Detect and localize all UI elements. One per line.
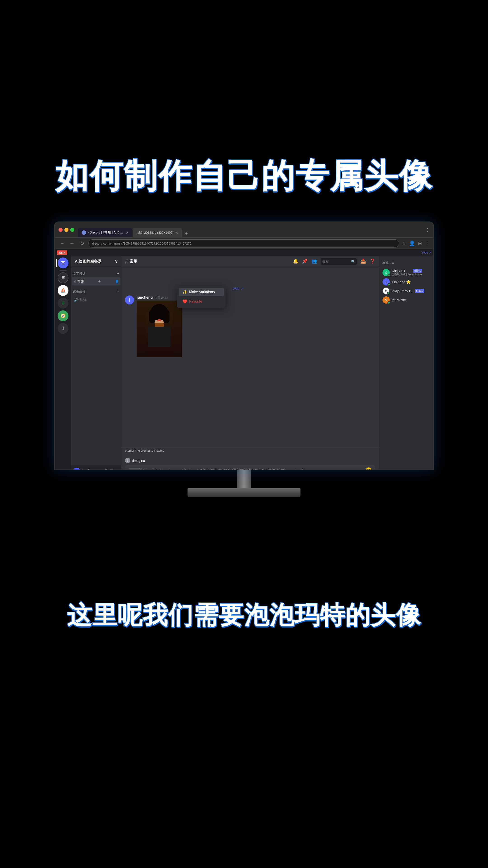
- server-header[interactable]: AI绘画的服务器 ∨: [71, 256, 121, 268]
- member-avatar-mrwhite: M: [383, 296, 390, 304]
- discover-server-button[interactable]: 🧭: [58, 310, 68, 321]
- member-info-chatgpt: ChatGPT 机器人 正在玩 /help|chatgpt.moe: [392, 269, 422, 276]
- main-title-area: 如何制作自己的专属头像: [0, 140, 488, 213]
- mic-icon[interactable]: 🎤: [102, 469, 107, 470]
- tab-close-icon[interactable]: ✕: [126, 230, 129, 235]
- midjourney-name: Midjourney B...: [392, 289, 414, 293]
- minimize-button[interactable]: [64, 228, 68, 232]
- close-button[interactable]: [59, 228, 63, 232]
- chat-hash-icon: #: [125, 258, 128, 265]
- message-juncheng: j juncheng 今天19:43: [125, 296, 375, 357]
- tab-image-close-icon[interactable]: ✕: [175, 230, 178, 235]
- sparkle-icon: ✨: [182, 289, 187, 294]
- tab-discord[interactable]: · Discord | #常规 | AI绘画的服务... ✕: [78, 228, 132, 237]
- message-image[interactable]: [137, 301, 182, 357]
- channel-hash-icon: #: [74, 279, 76, 284]
- monitor-stand: [54, 470, 434, 497]
- add-text-channel-button[interactable]: +: [117, 271, 120, 276]
- help-icon[interactable]: ❓: [369, 258, 375, 265]
- member-name-row: ChatGPT 机器人: [392, 269, 422, 273]
- web-link-text[interactable]: Web: [233, 287, 239, 290]
- settings-gear-icon[interactable]: ⚙: [116, 469, 120, 470]
- favorite-label: Favorite: [189, 300, 202, 304]
- member-juncheng[interactable]: j juncheng ⭐: [381, 277, 431, 286]
- server-sail[interactable]: ⛵: [58, 285, 68, 296]
- member-list: 在线 - 4 C ChatGPT 机器人 正在玩 /help|chatgpt.m…: [379, 256, 433, 470]
- member-midjourney[interactable]: M Midjourney B... 机器人: [381, 286, 431, 296]
- message-author: juncheng: [137, 296, 153, 300]
- prompt-input-tag: prompt: [129, 468, 142, 470]
- forward-button[interactable]: →: [68, 241, 76, 246]
- tab-image[interactable]: IMG_2013.jpg (822×1496) ✕: [133, 228, 182, 237]
- refresh-button[interactable]: ↻: [78, 241, 86, 246]
- tab-discord-label: · Discord | #常规 | AI绘画的服务...: [88, 230, 124, 235]
- channel-name-regular: 常规: [77, 279, 84, 284]
- settings-icon[interactable]: ⋮: [424, 241, 429, 246]
- server-expand-icon[interactable]: ∨: [115, 259, 118, 264]
- back-button[interactable]: ←: [59, 241, 66, 246]
- add-voice-channel-button[interactable]: +: [117, 289, 120, 294]
- server-list: 画 ⛵ + 🧭 ⬇: [55, 256, 71, 470]
- download-button[interactable]: ⬇: [58, 323, 68, 334]
- external-link-icon: ↗: [241, 287, 244, 290]
- chat-header-icons: 🔔 📌 👥 搜索 🔍 📥 ❓: [293, 258, 375, 265]
- web-link[interactable]: Web ↗: [422, 251, 431, 254]
- make-variations-label: Make Variations: [189, 290, 215, 294]
- person-image-content: [137, 301, 182, 357]
- bot-icon: j: [127, 459, 128, 462]
- search-label: 搜索: [322, 259, 328, 264]
- browser-menu-icon[interactable]: ⋮: [425, 227, 429, 232]
- chat-search[interactable]: 搜索 🔍: [321, 258, 357, 265]
- mrwhite-name: Mr. White: [392, 298, 406, 302]
- chatgpt-badge: 机器人: [413, 269, 422, 273]
- favorite-button[interactable]: ❤️ Favorite: [179, 297, 224, 306]
- user-icon-channel[interactable]: 👤: [115, 280, 119, 283]
- address-input[interactable]: discord.com/channels/1054378988413407272…: [88, 239, 399, 248]
- member-info-mrwhite: Mr. White: [392, 298, 406, 302]
- mrwhite-initial: M: [385, 298, 387, 302]
- headphones-icon[interactable]: 🎧: [109, 469, 114, 470]
- new-tab-button[interactable]: +: [182, 229, 191, 237]
- main-title: 如何制作自己的专属头像: [55, 154, 433, 199]
- server-ai-paint[interactable]: 画: [58, 272, 68, 283]
- pin-icon[interactable]: 📌: [302, 258, 308, 265]
- channel-item-regular[interactable]: # 常规 ⚙ 👤: [72, 277, 121, 285]
- bell-icon[interactable]: 🔔: [293, 258, 298, 265]
- puzzle-icon[interactable]: ⊞: [418, 241, 422, 246]
- bookmark-icon[interactable]: ☆: [402, 241, 406, 246]
- juncheng-name-row: juncheng ⭐: [392, 280, 411, 284]
- mrwhite-online: [387, 301, 390, 304]
- member-avatar-midjourney: M: [383, 287, 390, 294]
- voice-icon: 🔊: [74, 298, 78, 302]
- midjourney-online: [387, 292, 390, 294]
- inbox-icon[interactable]: 📥: [360, 258, 366, 265]
- make-variations-button[interactable]: ✨ Make Variations: [179, 288, 224, 296]
- browser-tab-bar: · Discord | #常规 | AI绘画的服务... ✕ IMG_2013.…: [55, 222, 433, 238]
- user-panel-icons: 🎤 🎧 ⚙: [102, 469, 120, 470]
- juncheng-star: ⭐: [406, 280, 411, 284]
- slash-row: j /imagine: [125, 457, 375, 464]
- chat-header: # 常规 🔔 📌 👥 搜索 🔍 📥 ❓: [121, 256, 379, 268]
- midjourney-badge: 机器人: [415, 289, 424, 293]
- address-bar-row: ← → ↻ discord.com/channels/1054378988413…: [55, 238, 433, 249]
- user-icon[interactable]: 👤: [409, 241, 415, 246]
- fullscreen-button[interactable]: [70, 228, 74, 232]
- member-avatar-juncheng: j: [383, 278, 390, 285]
- address-text: discord.com/channels/1054378988413407272…: [92, 242, 191, 245]
- message-header: juncheng 今天19:43: [137, 296, 375, 300]
- member-mrwhite[interactable]: M Mr. White: [381, 296, 431, 305]
- members-icon[interactable]: 👥: [311, 258, 317, 265]
- emoji-button[interactable]: 🙂: [365, 467, 372, 470]
- member-chatgpt[interactable]: C ChatGPT 机器人 正在玩 /help|chatgpt.moe: [381, 268, 431, 277]
- message-input-box[interactable]: prompt https://cdn.discordapp.com/attach…: [125, 465, 375, 470]
- text-channel-label: 文字频道: [73, 272, 86, 276]
- settings-icon-channel[interactable]: ⚙: [98, 280, 101, 283]
- stand-neck: [237, 470, 251, 488]
- add-server-button[interactable]: +: [58, 298, 68, 309]
- channel-sidebar: AI绘画的服务器 ∨ 文字频道 + # 常规 ⚙ 👤 语音频道 +: [71, 256, 121, 470]
- message-content: juncheng 今天19:43: [137, 296, 375, 357]
- member-section-title: 在线 - 4: [381, 259, 431, 267]
- voice-channel-item-regular[interactable]: 🔊 常规: [72, 296, 121, 304]
- server-home[interactable]: [58, 257, 68, 268]
- sail-icon: ⛵: [60, 288, 66, 293]
